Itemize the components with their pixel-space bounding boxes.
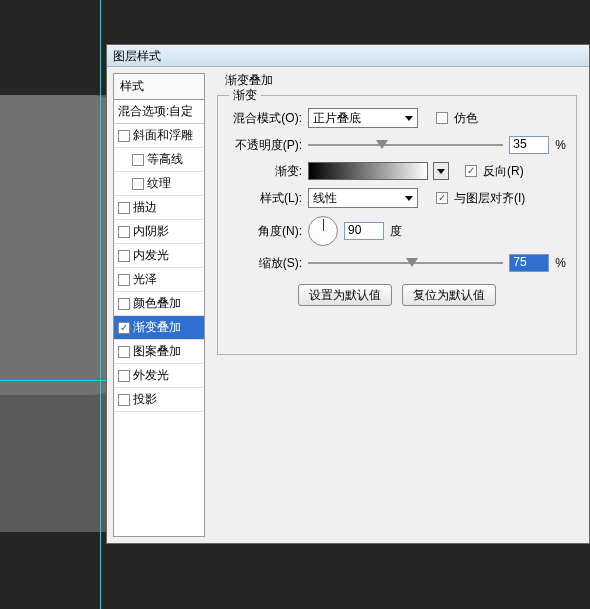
style-item-label: 内发光 bbox=[133, 247, 169, 264]
style-item-label: 描边 bbox=[133, 199, 157, 216]
style-checkbox[interactable] bbox=[132, 154, 144, 166]
style-checkbox[interactable] bbox=[118, 322, 130, 334]
style-checkbox[interactable] bbox=[118, 394, 130, 406]
style-item-label: 光泽 bbox=[133, 271, 157, 288]
style-item-1[interactable]: 等高线 bbox=[114, 148, 204, 172]
blend-mode-dropdown[interactable]: 正片叠底 bbox=[308, 108, 418, 128]
reverse-label: 反向(R) bbox=[483, 163, 524, 180]
dither-label: 仿色 bbox=[454, 110, 478, 127]
style-item-label: 投影 bbox=[133, 391, 157, 408]
style-dropdown[interactable]: 线性 bbox=[308, 188, 418, 208]
style-item-label: 斜面和浮雕 bbox=[133, 127, 193, 144]
style-checkbox[interactable] bbox=[118, 370, 130, 382]
opacity-label: 不透明度(P): bbox=[228, 137, 302, 154]
gradient-overlay-panel: 渐变叠加 渐变 混合模式(O): 正片叠底 仿色 不透明度(P): bbox=[209, 73, 583, 537]
dither-checkbox[interactable] bbox=[436, 112, 448, 124]
styles-panel: 样式 混合选项:自定 斜面和浮雕等高线纹理描边内阴影内发光光泽颜色叠加渐变叠加图… bbox=[113, 73, 205, 537]
chevron-down-icon bbox=[405, 196, 413, 201]
style-label: 样式(L): bbox=[228, 190, 302, 207]
gradient-label: 渐变: bbox=[228, 163, 302, 180]
style-checkbox[interactable] bbox=[118, 202, 130, 214]
style-item-11[interactable]: 投影 bbox=[114, 388, 204, 412]
style-checkbox[interactable] bbox=[118, 250, 130, 262]
scale-input[interactable]: 75 bbox=[509, 254, 549, 272]
style-item-label: 内阴影 bbox=[133, 223, 169, 240]
opacity-input[interactable]: 35 bbox=[509, 136, 549, 154]
style-item-3[interactable]: 描边 bbox=[114, 196, 204, 220]
style-checkbox[interactable] bbox=[118, 298, 130, 310]
style-checkbox[interactable] bbox=[118, 226, 130, 238]
gradient-dropdown-button[interactable] bbox=[433, 162, 449, 180]
gradient-picker[interactable] bbox=[308, 162, 428, 180]
style-checkbox[interactable] bbox=[118, 130, 130, 142]
style-checkbox[interactable] bbox=[132, 178, 144, 190]
style-checkbox[interactable] bbox=[118, 346, 130, 358]
layer-style-dialog: 图层样式 样式 混合选项:自定 斜面和浮雕等高线纹理描边内阴影内发光光泽颜色叠加… bbox=[106, 44, 590, 544]
blend-mode-label: 混合模式(O): bbox=[228, 110, 302, 127]
scale-label: 缩放(S): bbox=[228, 255, 302, 272]
style-item-label: 渐变叠加 bbox=[133, 319, 181, 336]
dialog-titlebar[interactable]: 图层样式 bbox=[107, 45, 589, 67]
style-item-4[interactable]: 内阴影 bbox=[114, 220, 204, 244]
styles-header[interactable]: 样式 bbox=[114, 74, 204, 100]
style-item-2[interactable]: 纹理 bbox=[114, 172, 204, 196]
style-item-label: 图案叠加 bbox=[133, 343, 181, 360]
style-item-label: 外发光 bbox=[133, 367, 169, 384]
chevron-down-icon bbox=[405, 116, 413, 121]
scale-slider[interactable] bbox=[308, 255, 503, 271]
style-value: 线性 bbox=[313, 190, 337, 207]
reset-default-button[interactable]: 复位为默认值 bbox=[402, 284, 496, 306]
opacity-slider[interactable] bbox=[308, 137, 503, 153]
style-item-label: 等高线 bbox=[147, 151, 183, 168]
reverse-checkbox[interactable] bbox=[465, 165, 477, 177]
angle-unit: 度 bbox=[390, 223, 402, 240]
blend-mode-value: 正片叠底 bbox=[313, 110, 361, 127]
blending-options[interactable]: 混合选项:自定 bbox=[114, 100, 204, 124]
style-item-label: 颜色叠加 bbox=[133, 295, 181, 312]
angle-label: 角度(N): bbox=[228, 223, 302, 240]
subgroup-title: 渐变 bbox=[229, 87, 261, 104]
align-checkbox[interactable] bbox=[436, 192, 448, 204]
style-item-5[interactable]: 内发光 bbox=[114, 244, 204, 268]
style-item-label: 纹理 bbox=[147, 175, 171, 192]
style-item-6[interactable]: 光泽 bbox=[114, 268, 204, 292]
style-item-8[interactable]: 渐变叠加 bbox=[114, 316, 204, 340]
chevron-down-icon bbox=[437, 169, 445, 174]
angle-dial[interactable] bbox=[308, 216, 338, 246]
style-checkbox[interactable] bbox=[118, 274, 130, 286]
scale-unit: % bbox=[555, 256, 566, 270]
set-default-button[interactable]: 设置为默认值 bbox=[298, 284, 392, 306]
opacity-unit: % bbox=[555, 138, 566, 152]
style-item-9[interactable]: 图案叠加 bbox=[114, 340, 204, 364]
style-item-7[interactable]: 颜色叠加 bbox=[114, 292, 204, 316]
style-item-0[interactable]: 斜面和浮雕 bbox=[114, 124, 204, 148]
angle-input[interactable]: 90 bbox=[344, 222, 384, 240]
align-label: 与图层对齐(I) bbox=[454, 190, 525, 207]
style-item-10[interactable]: 外发光 bbox=[114, 364, 204, 388]
dialog-title: 图层样式 bbox=[113, 49, 161, 63]
